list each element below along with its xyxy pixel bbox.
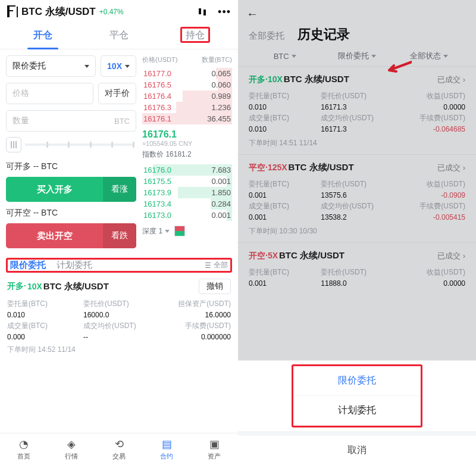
filter-status[interactable]: 全部状态 [393,51,465,61]
order-time: 下单时间 14:52 11/14 [7,345,231,355]
pair-glyph-icon [7,7,18,17]
bid-row[interactable]: 16173.91.850 [142,187,232,198]
bottom-nav: ◔首页 ◈行情 ⟲交易 ▤合约 ▣资产 [0,433,238,465]
chart-icon[interactable] [198,7,207,17]
ask-row[interactable]: 16177.00.065 [142,68,232,79]
nav-trade[interactable]: ⟲交易 [95,433,143,465]
nav-home[interactable]: ◔首页 [0,433,48,465]
tab-all-orders[interactable]: 全部委托 [249,30,284,42]
index-price: 指数价 16181.2 [142,149,232,160]
filter-type[interactable]: 限价委托 [321,51,393,61]
tab-close[interactable]: 平仓 [81,23,157,49]
last-price: 16176.1 [142,129,232,140]
filter-pair[interactable]: BTC [249,51,321,61]
more-icon[interactable]: ••• [218,7,231,17]
all-orders-link[interactable]: ☰全部 [205,260,228,270]
history-order-card: 开空·5X BTC 永续/USDT已成交 ›委托量(BTC)委托价(USDT)收… [238,242,476,294]
orderbook: 价格(USDT)数量(BTC) 16177.00.06516176.50.060… [142,55,232,254]
bid-row[interactable]: 16175.50.001 [142,176,232,187]
quantity-slider[interactable] [6,138,136,152]
available-short: 可开空 -- BTC [6,208,136,219]
bid-row[interactable]: 16173.40.284 [142,198,232,210]
order-status[interactable]: 已成交 › [437,74,465,85]
nav-asset[interactable]: ▣资产 [190,433,238,465]
tab-open[interactable]: 开仓 [5,23,81,49]
open-order-card: 开多·10X BTC 永续/USDT 撤销 委托量(BTC) 委托价(USDT)… [6,273,232,357]
bid-row[interactable]: 16176.07.683 [142,164,232,176]
nav-contract[interactable]: ▤合约 [143,433,190,465]
ask-row[interactable]: 16176.31.236 [142,102,232,113]
action-sheet: 限价委托 计划委托 取消 [238,360,476,465]
shield-icon: ◈ [65,438,78,451]
depth-select[interactable]: 深度 1 [142,226,170,236]
buy-open-long-button[interactable]: 买入开多 看涨 [6,177,136,202]
leverage-select[interactable]: 10X [101,55,136,77]
price-input[interactable]: 价格 [6,83,93,104]
ask-row[interactable]: 16176.136.455 [142,113,232,124]
back-icon[interactable]: ← [238,5,476,23]
opponent-price-button[interactable]: 对手价 [98,83,136,104]
ask-row[interactable]: 16176.50.060 [142,79,232,90]
order-status[interactable]: 已成交 › [437,163,465,173]
tab-plan-orders[interactable]: 计划委托 [57,260,92,271]
tab-positions[interactable]: 持仓 [157,23,233,49]
order-status[interactable]: 已成交 › [437,251,465,261]
history-order-card: 平空·125X BTC 永续/USDT已成交 ›委托量(BTC)委托价(USDT… [238,154,476,242]
quantity-input[interactable]: 数量BTC [6,110,136,132]
last-price-cny: ≈105549.05 CNY [142,140,232,147]
cancel-order-button[interactable]: 撤销 [199,279,231,294]
slider-thumb-icon[interactable] [6,137,21,152]
change-percent: +0.47% [99,8,124,16]
flame-icon: ◔ [17,438,30,451]
exchange-icon: ⟲ [112,438,126,451]
wallet-icon: ▣ [208,438,221,451]
sell-open-short-button[interactable]: 卖出开空 看跌 [6,223,136,248]
pair-title: BTC 永续/USDT [21,5,96,18]
sheet-cancel[interactable]: 取消 [238,431,476,465]
sheet-option-limit[interactable]: 限价委托 [293,366,421,396]
contract-icon: ▤ [160,438,173,451]
ask-row[interactable]: 16176.40.989 [142,90,232,102]
tab-history[interactable]: 历史记录 [298,26,350,43]
history-order-card: 开多·10X BTC 永续/USDT已成交 ›委托量(BTC)委托价(USDT)… [238,66,476,154]
bid-row[interactable]: 16173.00.001 [142,210,232,221]
highlight-arrow-icon [386,61,412,74]
sheet-option-plan[interactable]: 计划委托 [293,396,421,426]
available-long: 可开多 -- BTC [6,161,136,172]
orderbook-view-icon[interactable] [174,226,185,236]
nav-quote[interactable]: ◈行情 [48,433,95,465]
tab-limit-orders[interactable]: 限价委托 [10,260,46,271]
order-type-select[interactable]: 限价委托 [6,55,96,77]
